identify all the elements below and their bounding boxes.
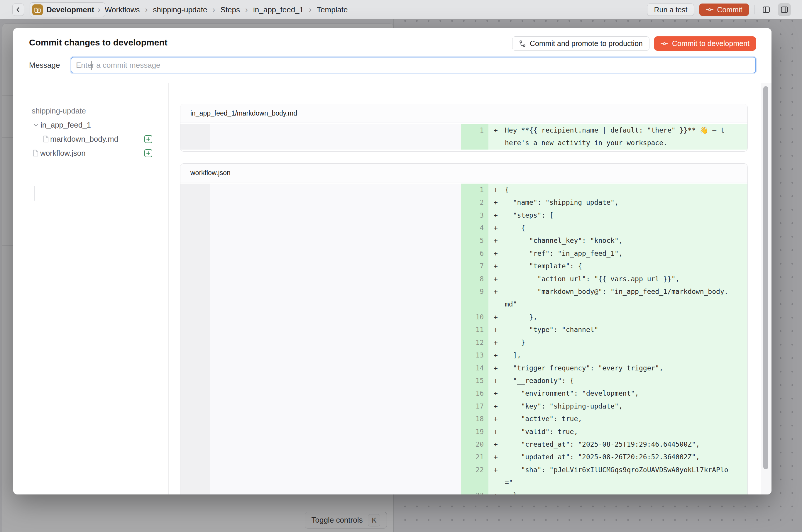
breadcrumb-step-key[interactable]: in_app_feed_1 xyxy=(253,5,304,14)
old-line-gutter xyxy=(181,362,210,375)
added-line-content: + "valid": true, xyxy=(488,425,747,438)
breadcrumb-workflows[interactable]: Workflows xyxy=(105,5,139,14)
modal-header: Commit changes to development Commit and… xyxy=(13,28,771,83)
added-line-content: + "key": "shipping-update", xyxy=(488,400,747,413)
toggle-right-panel-icon[interactable] xyxy=(778,3,791,16)
new-line-number: 4 xyxy=(461,222,488,234)
old-line-gutter xyxy=(181,323,210,336)
old-line-content xyxy=(210,260,461,272)
chevron-down-icon[interactable] xyxy=(32,121,39,129)
new-line-number: 18 xyxy=(461,413,488,425)
added-line-content: + "name": "shipping-update", xyxy=(488,196,747,209)
commit-and-promote-button[interactable]: Commit and promote to production xyxy=(512,36,650,51)
old-line-content xyxy=(210,184,461,196)
back-button[interactable] xyxy=(12,3,24,16)
diff-code-text: "environment": "development", xyxy=(505,387,728,400)
old-line-gutter xyxy=(181,285,210,311)
diff-code-text: "action_url": "{{ vars.app_url }}", xyxy=(505,273,728,285)
diff-code-text: "__readonly": { xyxy=(505,375,728,387)
new-line-number: 2 xyxy=(461,196,488,209)
modal-scrollbar-thumb[interactable] xyxy=(763,86,768,469)
promote-branch-icon xyxy=(519,40,526,47)
file-name: workflow.json xyxy=(13,149,86,158)
diff-plus-marker: + xyxy=(488,323,505,336)
diff-line: 9+ "markdown_body@": "in_app_feed_1/mark… xyxy=(181,285,747,311)
old-line-content xyxy=(210,413,461,425)
diff-plus-marker: + xyxy=(488,247,505,260)
breadcrumb-template[interactable]: Template xyxy=(317,5,348,14)
added-line-content: + "created_at": "2025-08-25T19:29:46.644… xyxy=(488,438,747,451)
diff-code-text: "sha": "pJeLVir6xIlUCMGqs9qroZoUAVDSwA0y… xyxy=(505,464,728,489)
diff-plus-marker: + xyxy=(488,196,505,209)
added-line-content: + "active": true, xyxy=(488,413,747,425)
diff-line: 3+ "steps": [ xyxy=(181,209,747,222)
breadcrumb-workflow-key[interactable]: shipping-update xyxy=(153,5,207,14)
diff-code-text: "type": "channel" xyxy=(505,323,728,336)
added-line-content: +Hey **{{ recipient.name | default: "the… xyxy=(488,124,747,150)
tree-item-step[interactable]: in_app_feed_1 xyxy=(13,118,168,132)
diff-plus-marker: + xyxy=(488,464,505,476)
new-line-number: 7 xyxy=(461,260,488,272)
new-line-number: 20 xyxy=(461,438,488,451)
diff-line: 4+ { xyxy=(181,222,747,234)
added-file-badge[interactable] xyxy=(144,135,152,143)
toolbar-divider xyxy=(754,5,755,14)
new-line-number: 14 xyxy=(461,362,488,375)
chevron-separator: › xyxy=(98,5,100,14)
top-bar-actions: Run a test Commit xyxy=(647,0,791,19)
new-line-number: 17 xyxy=(461,400,488,413)
old-line-gutter xyxy=(181,400,210,413)
diff-filename: in_app_feed_1/markdown_body.md xyxy=(181,104,747,123)
diff-code-text: "name": "shipping-update", xyxy=(505,196,728,209)
diff-code-text: Hey **{{ recipient.name | default: "ther… xyxy=(505,124,728,150)
added-line-content: + "updated_at": "2025-08-26T20:26:52.364… xyxy=(488,451,747,463)
commit-button[interactable]: Commit xyxy=(699,3,749,16)
diff-code-text: "trigger_frequency": "every_trigger", xyxy=(505,362,728,375)
diff-plus-marker: + xyxy=(488,273,505,285)
run-a-test-button[interactable]: Run a test xyxy=(647,3,694,16)
workflow-key-label: shipping-update xyxy=(13,107,86,116)
tree-item-workflow[interactable]: shipping-update xyxy=(13,104,168,118)
old-line-gutter xyxy=(181,222,210,234)
old-line-gutter xyxy=(181,196,210,209)
commit-changes-modal: Commit changes to development Commit and… xyxy=(13,28,771,494)
tree-item-workflow-json[interactable]: workflow.json xyxy=(13,146,168,160)
diff-line: 1+{ xyxy=(181,184,747,196)
diff-line: 16+ "environment": "development", xyxy=(181,387,747,400)
added-line-content: + "environment": "development", xyxy=(488,387,747,400)
diff-line: 7+ "template": { xyxy=(181,260,747,272)
new-line-number: 3 xyxy=(461,209,488,222)
old-line-gutter xyxy=(181,425,210,438)
breadcrumb-separator: › xyxy=(145,5,148,14)
diff-code-text: "template": { xyxy=(505,260,728,272)
diff-code-text: { xyxy=(505,222,728,234)
diff-line: 22+ "sha": "pJeLVir6xIlUCMGqs9qroZoUAVDS… xyxy=(181,464,747,489)
diff-plus-marker: + xyxy=(488,413,505,425)
diff-line: 8+ "action_url": "{{ vars.app_url }}", xyxy=(181,273,747,285)
environment-folder-icon xyxy=(32,4,43,15)
diff-code-text: "active": true, xyxy=(505,413,728,425)
diff-code-text: "markdown_body@": "in_app_feed_1/markdow… xyxy=(505,285,728,311)
added-file-badge[interactable] xyxy=(144,149,152,157)
new-line-number: 1 xyxy=(461,184,488,196)
file-name: markdown_body.md xyxy=(13,135,118,144)
environment-switcher[interactable]: Development › xyxy=(30,2,105,17)
old-line-gutter xyxy=(181,234,210,247)
commit-icon xyxy=(660,42,668,46)
old-line-content xyxy=(210,375,461,387)
old-line-gutter xyxy=(181,336,210,349)
commit-to-development-button[interactable]: Commit to development xyxy=(654,36,756,51)
old-line-content xyxy=(210,222,461,234)
toggle-left-panel-icon[interactable] xyxy=(760,3,773,16)
old-line-content xyxy=(210,124,461,150)
diff-line: 21+ "updated_at": "2025-08-26T20:26:52.3… xyxy=(181,451,747,463)
added-line-content: +{ xyxy=(488,184,747,196)
commit-message-input[interactable] xyxy=(71,57,756,73)
breadcrumb-steps[interactable]: Steps xyxy=(220,5,240,14)
diff-panel-list: in_app_feed_1/markdown_body.md1+Hey **{{… xyxy=(169,83,771,494)
old-line-content xyxy=(210,336,461,349)
tree-item-markdown-file[interactable]: markdown_body.md xyxy=(13,132,168,146)
diff-line: 6+ "ref": "in_app_feed_1", xyxy=(181,247,747,260)
diff-plus-marker: + xyxy=(488,451,505,463)
added-line-content: + "ref": "in_app_feed_1", xyxy=(488,247,747,260)
